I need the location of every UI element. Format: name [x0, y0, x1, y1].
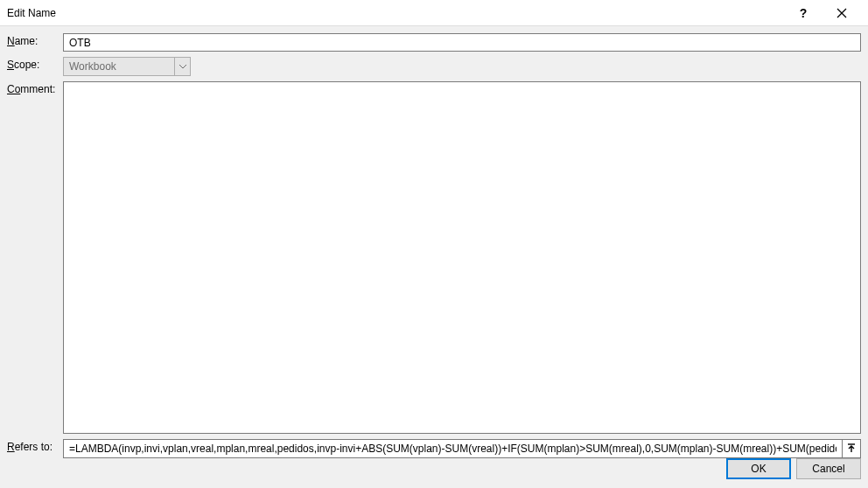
- refers-to-input[interactable]: [63, 439, 842, 458]
- scope-dropdown-button: [174, 58, 190, 75]
- close-button[interactable]: [822, 0, 861, 26]
- collapse-dialog-button[interactable]: [842, 439, 861, 458]
- collapse-icon: [846, 443, 857, 454]
- scope-value: Workbook: [69, 60, 116, 73]
- help-button[interactable]: ?: [784, 0, 822, 26]
- titlebar: Edit Name ?: [0, 0, 868, 26]
- scope-label: Scope:: [7, 57, 60, 76]
- refers-to-label: Refers to:: [7, 439, 60, 458]
- ok-button[interactable]: OK: [726, 458, 791, 479]
- cancel-button[interactable]: Cancel: [796, 458, 861, 479]
- comment-label: Comment:: [7, 81, 60, 434]
- name-label: Name:: [7, 33, 60, 52]
- window-title: Edit Name: [7, 7, 784, 19]
- titlebar-controls: ?: [784, 0, 861, 26]
- scope-select: Workbook: [63, 57, 191, 76]
- name-input[interactable]: [63, 33, 861, 52]
- help-icon: ?: [800, 6, 808, 20]
- chevron-down-icon: [179, 65, 186, 69]
- close-icon: [836, 8, 847, 18]
- dialog-footer: OK Cancel: [0, 455, 868, 488]
- dialog-body: Name: Scope: Workbook Comment: Refers to…: [0, 26, 868, 455]
- comment-textarea[interactable]: [63, 81, 861, 434]
